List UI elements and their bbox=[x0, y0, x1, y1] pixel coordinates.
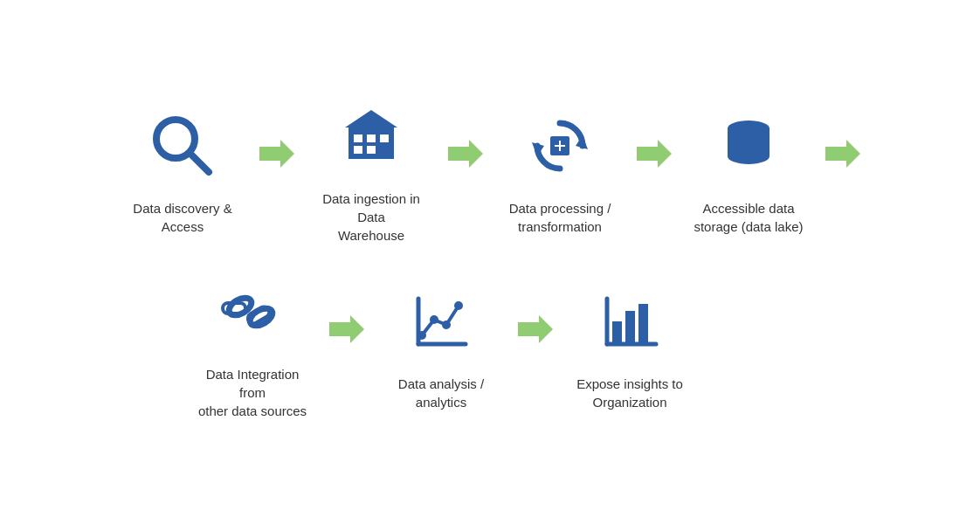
arrow-6 bbox=[511, 315, 560, 343]
step-insights-label: Expose insights toOrganization bbox=[569, 375, 691, 411]
svg-rect-39 bbox=[612, 321, 622, 344]
svg-point-32 bbox=[418, 331, 426, 340]
step-integration: Data Integration fromother data sources bbox=[183, 272, 322, 420]
row-2: Data Integration fromother data sources bbox=[183, 272, 700, 420]
step-analysis-label: Data analysis /analytics bbox=[380, 375, 502, 411]
svg-marker-12 bbox=[532, 142, 544, 156]
svg-rect-7 bbox=[380, 134, 389, 142]
svg-marker-11 bbox=[576, 135, 588, 149]
step-ingestion: Data ingestion in DataWarehouse bbox=[301, 97, 441, 245]
svg-rect-9 bbox=[367, 146, 376, 154]
svg-rect-5 bbox=[354, 134, 362, 142]
arrow-2 bbox=[441, 140, 490, 168]
svg-marker-29 bbox=[329, 315, 364, 343]
svg-rect-4 bbox=[349, 128, 394, 159]
svg-point-21 bbox=[728, 148, 770, 164]
svg-marker-36 bbox=[518, 315, 553, 343]
step-storage: Accessible datastorage (data lake) bbox=[679, 107, 818, 236]
search-icon bbox=[143, 107, 222, 185]
svg-rect-8 bbox=[354, 146, 362, 154]
svg-marker-3 bbox=[345, 110, 397, 128]
step-ingestion-label: Data ingestion in DataWarehouse bbox=[310, 190, 432, 245]
svg-rect-41 bbox=[638, 304, 648, 344]
arrow-3 bbox=[630, 140, 679, 168]
svg-marker-10 bbox=[448, 140, 483, 168]
main-diagram: Data discovery & Access bbox=[78, 76, 902, 441]
step-storage-label: Accessible datastorage (data lake) bbox=[687, 199, 810, 236]
svg-marker-2 bbox=[259, 140, 294, 168]
svg-point-35 bbox=[454, 301, 463, 310]
step-analysis: Data analysis /analytics bbox=[371, 282, 511, 411]
svg-rect-6 bbox=[367, 134, 376, 142]
step-integration-label: Data Integration fromother data sources bbox=[191, 365, 314, 420]
svg-point-33 bbox=[430, 315, 438, 324]
step-discovery: Data discovery & Access bbox=[113, 107, 252, 236]
arrow-1 bbox=[252, 140, 301, 168]
arrow-4 bbox=[818, 140, 867, 168]
svg-point-34 bbox=[442, 321, 451, 329]
step-processing: Data processing /transformation bbox=[490, 107, 630, 236]
chain-icon bbox=[213, 272, 292, 351]
step-discovery-label: Data discovery & Access bbox=[121, 199, 244, 236]
svg-marker-16 bbox=[637, 140, 672, 168]
svg-line-1 bbox=[190, 153, 209, 172]
linechart-icon bbox=[402, 282, 480, 361]
database-icon bbox=[709, 107, 788, 185]
step-insights: Expose insights toOrganization bbox=[560, 282, 700, 411]
row-1: Data discovery & Access bbox=[113, 97, 867, 245]
warehouse-icon bbox=[332, 97, 411, 176]
transform-icon bbox=[521, 107, 599, 185]
svg-marker-22 bbox=[825, 140, 860, 168]
svg-rect-40 bbox=[625, 311, 635, 344]
barchart-icon bbox=[590, 282, 669, 361]
arrow-5 bbox=[322, 315, 371, 343]
step-processing-label: Data processing /transformation bbox=[499, 199, 621, 236]
